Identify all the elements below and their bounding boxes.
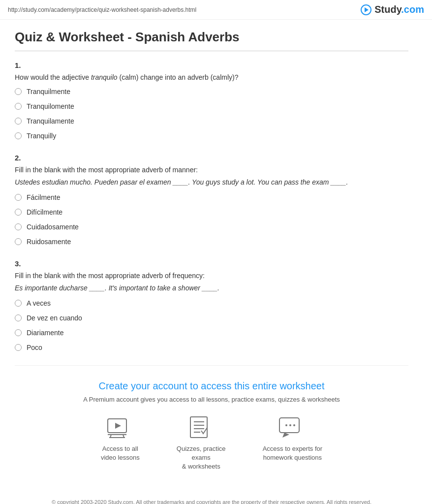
radio-3-1[interactable] — [15, 300, 22, 307]
radio-2-2[interactable] — [15, 209, 22, 216]
option-3-3[interactable]: Diariamente — [15, 329, 408, 337]
option-label-2-4: Ruidosamente — [27, 238, 71, 246]
option-3-4[interactable]: Poco — [15, 344, 408, 351]
url-display: http://study.com/academy/practice/quiz-w… — [8, 6, 196, 13]
option-2-3[interactable]: Cuidadosamente — [15, 223, 408, 231]
question-3-number: 3. — [15, 259, 408, 268]
option-label-2-3: Cuidadosamente — [27, 223, 79, 231]
expert-icon — [278, 415, 307, 440]
question-2-subtitle: Ustedes estudian mucho. Pueden pasar el … — [15, 177, 408, 188]
option-label-1-2: Tranquilomente — [27, 102, 74, 110]
option-1-4[interactable]: Tranquilly — [15, 132, 408, 140]
option-3-1[interactable]: A veces — [15, 299, 408, 307]
radio-3-2[interactable] — [15, 315, 22, 321]
option-2-1[interactable]: Fácilmente — [15, 193, 408, 201]
option-label-3-1: A veces — [27, 299, 51, 307]
option-label-3-3: Diariamente — [27, 329, 63, 337]
quiz-icon — [186, 415, 216, 440]
option-3-2[interactable]: De vez en cuando — [15, 314, 408, 322]
question-1-text: How would the adjective tranquilo (calm)… — [15, 72, 408, 83]
option-label-1-4: Tranquilly — [27, 132, 56, 140]
page-title: Quiz & Worksheet - Spanish Adverbs — [15, 30, 408, 51]
option-1-1[interactable]: Tranquilmente — [15, 88, 408, 95]
feature-video-label: Access to allvideo lessons — [101, 444, 140, 462]
option-label-2-1: Fácilmente — [27, 193, 60, 201]
main-content: Quiz & Worksheet - Spanish Adverbs 1. Ho… — [0, 20, 423, 504]
svg-point-13 — [285, 424, 287, 426]
option-1-3[interactable]: Tranquilamente — [15, 117, 408, 125]
radio-1-1[interactable] — [15, 88, 22, 95]
radio-3-4[interactable] — [15, 344, 22, 351]
question-2-options: Fácilmente Difícilmente Cuidadosamente R… — [15, 193, 408, 246]
cta-subtitle: A Premium account gives you access to al… — [25, 396, 399, 403]
question-3-options: A veces De vez en cuando Diariamente Poc… — [15, 299, 408, 351]
cta-section: Create your account to access this entir… — [15, 365, 408, 493]
option-label-2-2: Difícilmente — [27, 208, 62, 216]
svg-marker-12 — [282, 433, 289, 438]
option-label-1-1: Tranquilmente — [27, 88, 70, 95]
radio-2-4[interactable] — [15, 238, 22, 245]
option-2-4[interactable]: Ruidosamente — [15, 238, 408, 246]
play-icon — [365, 7, 369, 12]
question-2-number: 2. — [15, 154, 408, 162]
question-2-text: Fill in the blank with the most appropri… — [15, 165, 408, 175]
feature-quiz-label: Quizzes, practice exams& worksheets — [169, 444, 233, 472]
footer: © copyright 2003-2020 Study.com. All oth… — [15, 493, 408, 504]
radio-1-3[interactable] — [15, 118, 22, 125]
svg-point-14 — [289, 424, 291, 426]
question-1: 1. How would the adjective tranquilo (ca… — [15, 61, 408, 140]
cta-link[interactable]: Create your account to access this entir… — [25, 380, 399, 392]
option-label-1-3: Tranquilamente — [27, 117, 74, 125]
video-icon — [105, 415, 135, 440]
radio-1-2[interactable] — [15, 103, 22, 110]
question-3-subtitle: Es importante ducharse ____. It's import… — [15, 283, 408, 293]
feature-expert-label: Access to experts forhomework questions — [263, 444, 322, 462]
radio-2-3[interactable] — [15, 223, 22, 230]
logo-icon — [361, 4, 371, 15]
logo-text: Study.com — [374, 4, 424, 15]
features-list: Access to allvideo lessons Quizzes, prac… — [25, 415, 399, 472]
feature-expert: Access to experts forhomework questions — [263, 415, 322, 472]
question-3-text: Fill in the blank with the most appropri… — [15, 271, 408, 281]
option-1-2[interactable]: Tranquilomente — [15, 102, 408, 110]
svg-marker-1 — [115, 423, 121, 429]
radio-1-4[interactable] — [15, 132, 22, 139]
option-label-3-4: Poco — [27, 344, 42, 351]
question-2: 2. Fill in the blank with the most appro… — [15, 154, 408, 246]
feature-quiz: Quizzes, practice exams& worksheets — [169, 415, 233, 472]
radio-2-1[interactable] — [15, 194, 22, 201]
radio-3-3[interactable] — [15, 329, 22, 336]
question-1-options: Tranquilmente Tranquilomente Tranquilame… — [15, 88, 408, 140]
question-3: 3. Fill in the blank with the most appro… — [15, 259, 408, 351]
top-bar: http://study.com/academy/practice/quiz-w… — [0, 0, 432, 20]
logo: Study.com — [361, 4, 424, 15]
option-label-3-2: De vez en cuando — [27, 314, 82, 322]
question-1-number: 1. — [15, 61, 408, 69]
svg-rect-6 — [190, 417, 207, 438]
svg-point-15 — [293, 424, 295, 426]
option-2-2[interactable]: Difícilmente — [15, 208, 408, 216]
feature-video: Access to allvideo lessons — [101, 415, 140, 472]
